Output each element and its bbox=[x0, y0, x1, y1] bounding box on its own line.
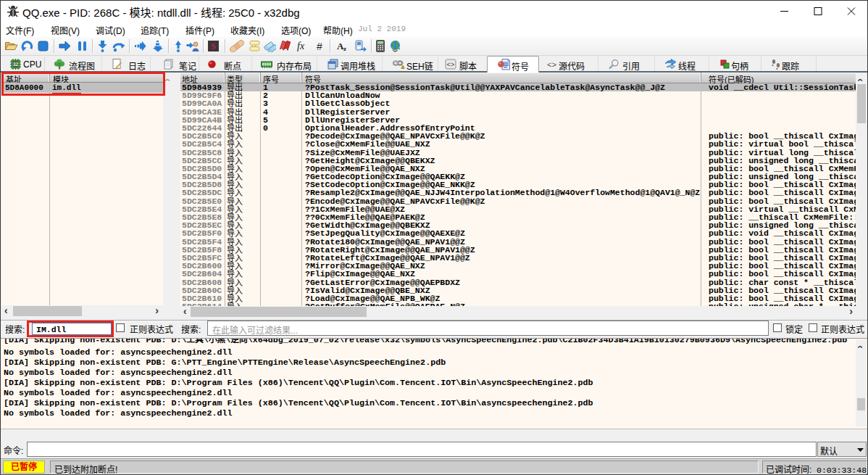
svg-text:<>: <> bbox=[547, 61, 556, 70]
svg-text:fx: fx bbox=[297, 41, 305, 51]
svg-text:32: 32 bbox=[13, 62, 19, 67]
svg-text:z: z bbox=[343, 45, 346, 52]
svg-text:#: # bbox=[317, 41, 322, 52]
svg-text:S: S bbox=[211, 41, 216, 51]
svg-text:<>: <> bbox=[447, 62, 455, 69]
